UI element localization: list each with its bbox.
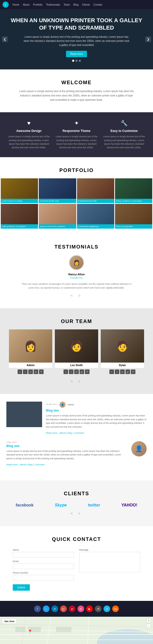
name-label: Name [13, 549, 74, 551]
portfolio-item-8[interactable]: Sed ut perspiciatis [115, 204, 152, 229]
email-input[interactable] [13, 563, 74, 569]
nav-about[interactable]: About [23, 3, 30, 6]
team-linkedin-icon-3[interactable]: in [120, 369, 125, 374]
team-email-icon-3[interactable]: ✉ [131, 369, 135, 374]
testimonial-avatar: 👩 [69, 255, 84, 270]
team-email-icon-1[interactable]: ✉ [39, 369, 44, 374]
blog-title-1[interactable]: Blog two [46, 409, 147, 412]
nav-team[interactable]: Team [64, 3, 70, 6]
hero-dot-3[interactable] [79, 60, 81, 62]
footer-linkedin-icon[interactable]: in [52, 605, 58, 612]
nav-contact[interactable]: Contact [94, 3, 102, 6]
footer-twitter-icon[interactable]: t [43, 605, 49, 612]
blog-content-1: 25 Mar 2014 👤 Admin Blog two Lorem ipsum… [46, 402, 147, 435]
nav-portfolio[interactable]: Portfolio [33, 3, 43, 6]
clients-heading: CLIENTS [5, 491, 148, 497]
client-skype: Skype [55, 503, 67, 507]
nav-home[interactable]: Home [12, 3, 19, 6]
testimonial-name: Nancy Alton [13, 273, 140, 276]
phone-input[interactable] [13, 575, 74, 580]
footer-facebook-icon[interactable]: f [34, 605, 41, 612]
footer-email-icon[interactable]: ✉ [95, 605, 101, 612]
team-facebook-icon-3[interactable]: f [109, 369, 114, 374]
clients-section: CLIENTS facebook Skype twitter YAHOO! < … [0, 480, 153, 526]
testimonials-section: TESTIMONIALS 👩 Nancy Alton Founder Pro T… [0, 234, 153, 308]
blog-image-2: 👤 [131, 441, 147, 456]
team-twitter-icon-3[interactable]: t [115, 369, 119, 374]
contact-left-column: Name Email Phone Number Submit [13, 549, 74, 591]
map-zoom-in[interactable]: + [147, 619, 151, 623]
hero-readmore-button[interactable]: Read more [66, 51, 87, 57]
portfolio-item-5[interactable]: Latin professor at rampton [1, 204, 38, 229]
testimonial-text: There are many variations of passages of… [20, 282, 133, 290]
team-facebook-icon-2[interactable]: f [63, 369, 68, 374]
team-google-icon-2[interactable]: g+ [80, 369, 84, 374]
portfolio-caption-8: Sed ut perspiciatis [115, 224, 152, 229]
testimonial-title: Founder Pro [13, 277, 140, 279]
feature-text-2: Lorem ipsum is simply dummy text of the … [55, 135, 98, 150]
footer-dribbble-icon[interactable]: dr [78, 605, 84, 612]
footer-google-icon[interactable]: g+ [60, 605, 67, 612]
name-field: Name [13, 549, 74, 558]
client-yahoo: YAHOO! [121, 503, 137, 507]
blog-post-2: 👤 3 Mar 2014 Blog one Lorem ipsum is sim… [6, 441, 147, 466]
portfolio-item-3[interactable]: Established fact that [77, 178, 114, 203]
footer-rss-icon[interactable]: rss [112, 605, 119, 612]
portfolio-item-7[interactable]: consectetur adipiscing [77, 204, 114, 229]
wrench-icon: 🔧 [103, 120, 145, 127]
portfolio-item-4[interactable]: Many variations of passages [115, 178, 152, 203]
footer-pinterest-icon[interactable]: pi [69, 605, 75, 612]
team-google-icon-1[interactable]: g+ [34, 369, 38, 374]
clients-arrows[interactable]: < > [5, 511, 148, 516]
hero-dot-1[interactable] [72, 60, 74, 62]
hero-next-button[interactable]: ❯ [145, 36, 151, 42]
nav-clients[interactable]: Clients [82, 3, 90, 6]
map-zoom-out[interactable]: − [147, 624, 151, 628]
team-twitter-icon-1[interactable]: t [23, 369, 28, 374]
footer-vimeo-icon[interactable]: vi [104, 605, 110, 612]
blog-readmore-1[interactable]: Read more - admin's blog 1 comment [46, 432, 84, 434]
team-member-3: 🧑 Dylan f t in g+ ✉ [101, 329, 144, 376]
contact-form: Name Email Phone Number Submit Message [13, 549, 140, 591]
feature-title-3: Easy to Customize [103, 129, 145, 133]
hero-dot-2[interactable] [75, 60, 78, 62]
map-pin: 📍 [28, 629, 33, 634]
portfolio-caption-6: Ipsum comes from sections [39, 224, 76, 229]
feature-text-3: Lorem ipsum is simply dummy text of the … [103, 135, 145, 150]
blog-section: 25 Mar 2014 👤 Admin Blog two Lorem ipsum… [0, 394, 153, 480]
welcome-heading: WELCOME [13, 80, 140, 85]
blog-title-2[interactable]: Blog one [6, 444, 128, 448]
blog-readmore-2[interactable]: Read more - admin's blog 1 comment [6, 463, 45, 466]
team-arrows[interactable]: < > [5, 379, 148, 384]
team-facebook-icon-1[interactable]: f [18, 369, 22, 374]
submit-button[interactable]: Submit [13, 584, 30, 591]
message-label: Message [79, 549, 140, 551]
portfolio-item-1[interactable]: Lorem ipsum is simply [1, 178, 38, 203]
team-linkedin-icon-2[interactable]: in [74, 369, 79, 374]
portfolio-item-2[interactable]: unknown printer took [39, 178, 76, 203]
portfolio-item-6[interactable]: Ipsum comes from sections [39, 204, 76, 229]
svg-rect-12 [56, 627, 71, 632]
name-input[interactable] [13, 552, 74, 558]
team-linkedin-icon-1[interactable]: in [28, 369, 33, 374]
nav-blog[interactable]: Blog [73, 3, 79, 6]
heart-icon: ♥ [8, 120, 50, 127]
footer-youtube-icon[interactable]: ▶ [86, 605, 93, 612]
nav-testimonials[interactable]: Testimonials [46, 3, 60, 6]
phone-field: Phone Number [13, 572, 74, 580]
hero-title: WHEN AN UNKNOWN PRINTER TOOK A GALLEY OF… [10, 17, 143, 31]
site-logo[interactable]: L [3, 2, 9, 8]
hero-prev-button[interactable]: ❮ [2, 36, 8, 42]
team-twitter-icon-2[interactable]: t [69, 369, 73, 374]
welcome-body: Lorem ipsum is simply dummy text of the … [18, 89, 135, 102]
team-google-icon-3[interactable]: g+ [125, 369, 130, 374]
portfolio-caption-5: Latin professor at rampton [1, 224, 38, 229]
message-input[interactable] [79, 552, 140, 572]
testimonial-arrows[interactable]: < > [13, 293, 140, 298]
team-photo-3: 🧑 [101, 329, 144, 363]
contact-section: QUICK CONTACT Name Email Phone Number Su… [0, 526, 153, 601]
map-label: San Jose [2, 619, 17, 624]
blog-date-2: 3 Mar 2014 [6, 441, 128, 443]
team-email-icon-2[interactable]: ✉ [85, 369, 90, 374]
team-social-1: f t in g+ ✉ [9, 368, 52, 376]
